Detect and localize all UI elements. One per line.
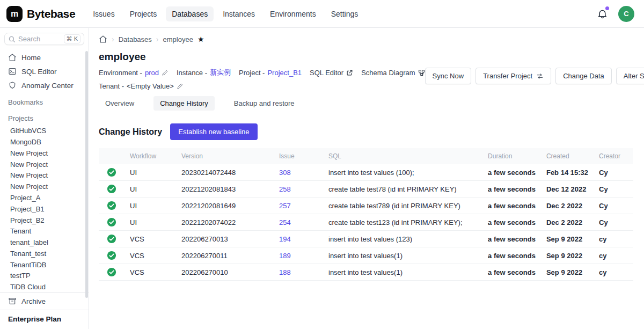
sidebar-project-item[interactable]: New Project xyxy=(0,180,89,192)
nav-item-issues[interactable]: Issues xyxy=(87,6,120,21)
sidebar-item-home[interactable]: Home xyxy=(0,50,89,64)
tenant-value: <Empty Value> xyxy=(127,82,174,90)
sidebar-project-item[interactable]: Project_B1 xyxy=(0,203,89,214)
nav-item-settings[interactable]: Settings xyxy=(325,6,364,21)
sidebar: ⌘ K Home SQL Editor xyxy=(0,28,89,329)
sidebar-project-item[interactable]: Tenant xyxy=(0,225,89,236)
creator-cell: Cy xyxy=(594,214,633,231)
sidebar-project-item[interactable]: TenantTiDB xyxy=(0,259,89,270)
user-avatar[interactable]: C xyxy=(618,6,634,22)
sidebar-project-item[interactable]: tenant_label xyxy=(0,236,89,247)
table-row[interactable]: VCS 202206270013 194 insert into test va… xyxy=(99,231,633,247)
app-window: m Bytebase Issues Projects Databases Ins… xyxy=(0,0,644,329)
sync-now-button[interactable]: Sync Now xyxy=(425,68,472,84)
project-label: Project - xyxy=(239,69,265,77)
issue-link[interactable]: 254 xyxy=(279,218,291,226)
edit-pencil-icon[interactable] xyxy=(162,69,169,76)
sidebar-project-item[interactable]: New Project xyxy=(0,169,89,180)
search-input[interactable] xyxy=(18,35,61,43)
home-icon xyxy=(8,53,17,62)
tenant-meta: Tenant - <Empty Value> xyxy=(99,82,184,90)
issue-link[interactable]: 257 xyxy=(279,202,291,210)
sidebar-item-archive[interactable]: Archive xyxy=(0,292,89,310)
creator-cell: cy xyxy=(594,247,633,264)
table-row[interactable]: VCS 202206270011 189 insert into test va… xyxy=(99,247,633,264)
sql-editor-shortcut[interactable]: SQL Editor xyxy=(310,69,353,77)
schema-diagram-shortcut[interactable]: Schema Diagram xyxy=(361,69,425,77)
issue-link[interactable]: 308 xyxy=(279,169,291,177)
table-row[interactable]: UI 20221202081649 257 create table test7… xyxy=(99,198,633,214)
workflow-cell: UI xyxy=(125,214,176,231)
breadcrumb-databases-link[interactable]: Databases xyxy=(119,35,152,43)
creator-cell: Cy xyxy=(594,164,633,181)
status-cell xyxy=(99,164,125,181)
workflow-cell: VCS xyxy=(125,247,176,264)
page-title: employee xyxy=(99,51,633,63)
creator-cell: Cy xyxy=(594,181,633,198)
edit-pencil-icon[interactable] xyxy=(177,83,184,90)
sidebar-project-item[interactable]: Project_A xyxy=(0,192,89,203)
table-row[interactable]: UI 20221202081843 258 create table test7… xyxy=(99,181,633,198)
project-link[interactable]: Project_B1 xyxy=(267,69,302,77)
table-row[interactable]: VCS 202206270010 188 insert into test va… xyxy=(99,264,633,281)
establish-baseline-button[interactable]: Establish new baseline xyxy=(170,123,257,140)
column-header-issue: Issue xyxy=(274,148,323,164)
database-meta: Environment - prod Instance - 新实例 xyxy=(99,68,425,95)
tab-overview[interactable]: Overview xyxy=(99,96,141,111)
notifications-bell-icon[interactable] xyxy=(597,8,609,20)
subscription-plan-label[interactable]: Enterprise Plan xyxy=(0,310,89,329)
favorite-star-icon[interactable]: ★ xyxy=(197,35,204,43)
sidebar-project-item[interactable]: Project_B2 xyxy=(0,214,89,225)
sidebar-item-sql-editor[interactable]: SQL Editor xyxy=(0,64,89,78)
nav-item-environments[interactable]: Environments xyxy=(264,6,322,21)
creator-cell: Cy xyxy=(594,198,633,214)
issue-link[interactable]: 189 xyxy=(279,252,291,260)
table-row[interactable]: UI 20221202074022 254 create table test1… xyxy=(99,214,633,231)
sidebar-project-item[interactable]: TiDB Cloud xyxy=(0,281,89,292)
environment-link[interactable]: prod xyxy=(145,69,159,77)
issue-link[interactable]: 258 xyxy=(279,185,291,193)
duration-cell: a few seconds xyxy=(482,214,541,231)
version-cell: 202206270011 xyxy=(176,247,274,264)
duration-cell: a few seconds xyxy=(482,264,541,281)
sidebar-scrollbar-thumb[interactable] xyxy=(85,51,88,298)
nav-item-instances[interactable]: Instances xyxy=(217,6,261,21)
brand-link[interactable]: m Bytebase xyxy=(6,6,75,22)
instance-link[interactable]: 新实例 xyxy=(210,68,231,77)
sidebar-project-item[interactable]: testTP xyxy=(0,269,89,281)
sidebar-item-anomaly-center[interactable]: Anomaly Center xyxy=(0,78,89,92)
success-check-icon xyxy=(104,201,119,210)
anomaly-shield-icon xyxy=(8,81,17,90)
sidebar-project-item[interactable]: MongoDB xyxy=(0,136,89,147)
success-check-icon xyxy=(104,251,119,260)
version-cell: 20221202074022 xyxy=(176,214,274,231)
table-row[interactable]: UI 20230214072448 308 insert into test v… xyxy=(99,164,633,181)
button-label: Transfer Project xyxy=(483,72,532,80)
breadcrumb-current: employee xyxy=(163,35,193,43)
tab-backup-restore[interactable]: Backup and restore xyxy=(228,96,301,111)
instance-label: Instance - xyxy=(177,69,207,77)
top-nav: Issues Projects Databases Instances Envi… xyxy=(87,6,364,21)
button-label: Change Data xyxy=(563,72,604,80)
issue-link[interactable]: 188 xyxy=(279,268,291,276)
sidebar-project-item[interactable]: New Project xyxy=(0,158,89,170)
sidebar-item-label: Archive xyxy=(21,297,46,305)
column-header-created: Created xyxy=(541,148,594,164)
issue-link[interactable]: 194 xyxy=(279,235,291,243)
nav-item-projects[interactable]: Projects xyxy=(124,6,163,21)
transfer-project-button[interactable]: Transfer Project xyxy=(475,68,551,84)
change-data-button[interactable]: Change Data xyxy=(555,68,612,84)
sidebar-project-item[interactable]: Tenant_test xyxy=(0,247,89,259)
workflow-cell: UI xyxy=(125,181,176,198)
environment-meta: Environment - prod xyxy=(99,69,169,77)
version-cell: 20221202081649 xyxy=(176,198,274,214)
sidebar-project-item[interactable]: GitHubVCS xyxy=(0,125,89,136)
nav-item-databases[interactable]: Databases xyxy=(166,6,214,21)
tab-change-history[interactable]: Change History xyxy=(153,96,215,111)
breadcrumb-home-icon[interactable] xyxy=(99,35,107,43)
archive-icon xyxy=(8,297,17,305)
alter-schema-button[interactable]: Alter Schema xyxy=(616,68,644,84)
sidebar-project-item[interactable]: New Project xyxy=(0,147,89,158)
duration-cell: a few seconds xyxy=(482,181,541,198)
column-header-creator: Creator xyxy=(594,148,633,164)
